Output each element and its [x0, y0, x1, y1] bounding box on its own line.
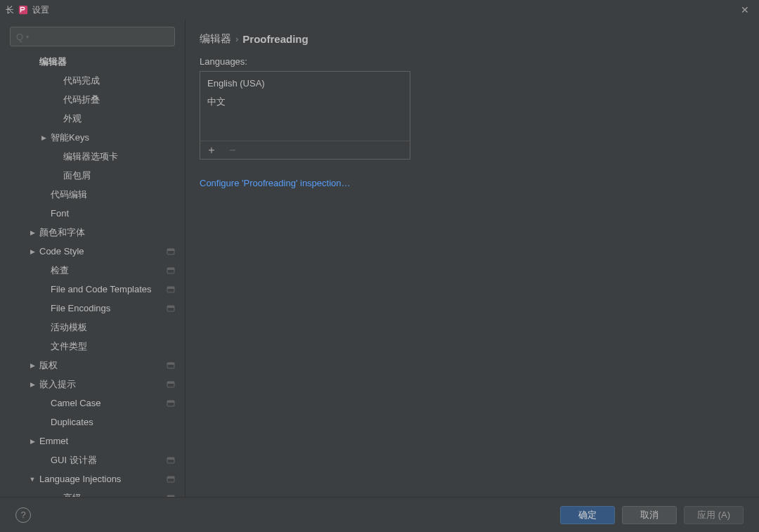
language-item[interactable]: English (USA)	[200, 74, 410, 92]
tree-label: 版权	[39, 359, 164, 372]
tree-item-duplicates[interactable]: ▶ Duplicates	[0, 413, 185, 432]
tree-label: Camel Case	[51, 398, 164, 408]
tree-item-gui-designer[interactable]: ▶ GUI 设计器	[0, 450, 185, 469]
svg-rect-4	[167, 268, 174, 270]
tree-item-editor-tabs[interactable]: ▶ 编辑器选项卡	[0, 147, 185, 166]
tree-item-copyright[interactable]: ▶ 版权	[0, 356, 185, 375]
cancel-button[interactable]: 取消	[622, 506, 677, 524]
tree-item-appearance[interactable]: ▶ 外观	[0, 109, 185, 128]
tree-label: 颜色和字体	[39, 226, 175, 239]
help-button[interactable]: ?	[15, 507, 31, 523]
footer: ? 确定 取消 应用 (A)	[0, 497, 759, 532]
tree-label: 编辑器	[39, 56, 175, 68]
tree-label: 文件类型	[51, 340, 175, 353]
tree-label: File and Code Templates	[51, 284, 164, 294]
tree-item-live-templates[interactable]: ▶ 活动模板	[0, 318, 185, 337]
tree-label: 代码编辑	[51, 188, 175, 201]
tree-item-breadcrumbs[interactable]: ▶ 面包屑	[0, 166, 185, 185]
close-button[interactable]: ✕	[737, 1, 753, 18]
breadcrumb-current: Proofreading	[242, 33, 308, 45]
tree-item-file-encodings[interactable]: ▶ File Encodings	[0, 299, 185, 318]
window-title: 设置	[32, 4, 49, 16]
tree-item-code-completion[interactable]: ▶ 代码完成	[0, 71, 185, 90]
tree-item-inlay-hints[interactable]: ▶ 嵌入提示	[0, 375, 185, 394]
languages-list[interactable]: English (USA) 中文	[200, 72, 410, 141]
app-icon	[18, 5, 28, 15]
titlebar-left: 长 设置	[6, 4, 49, 16]
tree-label: 代码折叠	[63, 93, 175, 106]
project-scope-icon	[167, 399, 175, 408]
chevron-down-icon: ▾	[26, 34, 29, 40]
tree-item-code-folding[interactable]: ▶ 代码折叠	[0, 90, 185, 109]
svg-rect-8	[167, 306, 174, 308]
tree-item-advanced[interactable]: ▶ 高级	[0, 488, 185, 497]
project-scope-icon	[167, 247, 175, 256]
svg-rect-2	[167, 249, 174, 251]
tree-item-inspections[interactable]: ▶ 检查	[0, 261, 185, 280]
tree-item-emmet[interactable]: ▶ Emmet	[0, 432, 185, 450]
project-scope-icon	[167, 475, 175, 484]
tree-item-camel-case[interactable]: ▶ Camel Case	[0, 394, 185, 413]
tree-label: 面包屑	[63, 169, 175, 182]
tree-label: Duplicates	[51, 417, 175, 427]
titlebar-prefix: 长	[6, 4, 14, 16]
project-scope-icon	[167, 304, 175, 313]
project-scope-icon	[167, 494, 175, 498]
close-icon: ✕	[741, 4, 749, 15]
project-scope-icon	[167, 266, 175, 275]
project-scope-icon	[167, 285, 175, 294]
main-container: Q ▾ ▶ 编辑器 ▶ 代码完成 ▶ 代码折叠 ▶ 外观 ▶ 智能Keys	[0, 20, 759, 497]
configure-inspection-link[interactable]: Configure 'Proofreading' inspection…	[200, 178, 351, 188]
settings-tree[interactable]: ▶ 编辑器 ▶ 代码完成 ▶ 代码折叠 ▶ 外观 ▶ 智能Keys ▶ 编辑器选…	[0, 52, 185, 497]
svg-rect-6	[167, 287, 174, 289]
language-item[interactable]: 中文	[200, 92, 410, 112]
tree-label: GUI 设计器	[51, 454, 164, 467]
sidebar: Q ▾ ▶ 编辑器 ▶ 代码完成 ▶ 代码折叠 ▶ 外观 ▶ 智能Keys	[0, 20, 185, 497]
breadcrumb-separator: ›	[235, 34, 238, 44]
tree-item-code-editing[interactable]: ▶ 代码编辑	[0, 185, 185, 204]
breadcrumb-parent[interactable]: 编辑器	[200, 32, 231, 46]
svg-rect-12	[167, 382, 174, 384]
caret-right-icon: ▶	[28, 248, 37, 255]
tree-item-code-style[interactable]: ▶ Code Style	[0, 242, 185, 261]
breadcrumb: 编辑器 › Proofreading	[200, 28, 745, 49]
languages-label: Languages:	[200, 56, 745, 67]
tree-item-file-code-templates[interactable]: ▶ File and Code Templates	[0, 280, 185, 299]
languages-box: English (USA) 中文 + −	[200, 71, 410, 160]
svg-rect-10	[167, 363, 174, 365]
tree-label: 高级	[63, 492, 164, 498]
tree-item-smart-keys[interactable]: ▶ 智能Keys	[0, 128, 185, 147]
languages-toolbar: + −	[200, 141, 410, 159]
ok-button[interactable]: 确定	[560, 506, 615, 524]
tree-label: File Encodings	[51, 303, 164, 313]
tree-label: 编辑器选项卡	[63, 150, 175, 163]
tree-label: 智能Keys	[51, 131, 175, 144]
tree-item-language-injections[interactable]: ▼ Language Injections	[0, 469, 185, 488]
content-panel: 编辑器 › Proofreading Languages: English (U…	[185, 20, 759, 497]
tree-item-editor[interactable]: ▶ 编辑器	[0, 52, 185, 71]
svg-rect-18	[167, 476, 174, 479]
tree-label: Language Injections	[39, 474, 164, 484]
tree-label: 嵌入提示	[39, 378, 164, 391]
tree-label: 活动模板	[51, 321, 175, 334]
help-icon: ?	[20, 510, 25, 520]
remove-language-button[interactable]: −	[227, 145, 238, 156]
titlebar: 长 设置 ✕	[0, 0, 759, 20]
search-input[interactable]: Q ▾	[10, 27, 175, 46]
svg-rect-20	[167, 495, 174, 498]
tree-item-font[interactable]: ▶ Font	[0, 204, 185, 223]
tree-label: Emmet	[39, 436, 175, 446]
tree-label: 代码完成	[63, 74, 175, 87]
tree-label: 检查	[51, 264, 164, 277]
svg-rect-16	[167, 458, 174, 460]
project-scope-icon	[167, 361, 175, 370]
add-language-button[interactable]: +	[206, 145, 217, 156]
caret-right-icon: ▶	[39, 134, 48, 141]
tree-label: Code Style	[39, 246, 164, 257]
tree-item-file-types[interactable]: ▶ 文件类型	[0, 337, 185, 356]
tree-item-colors-fonts[interactable]: ▶ 颜色和字体	[0, 223, 185, 242]
caret-right-icon: ▶	[28, 438, 37, 445]
apply-button[interactable]: 应用 (A)	[684, 506, 744, 524]
tree-label: 外观	[63, 112, 175, 125]
search-icon: Q	[16, 32, 23, 42]
